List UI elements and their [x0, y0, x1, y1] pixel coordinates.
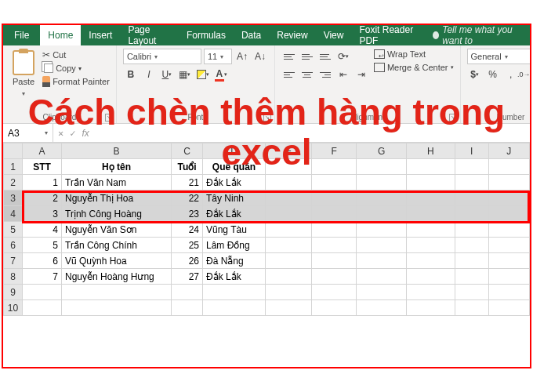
cell[interactable] [407, 300, 455, 316]
cell[interactable] [266, 159, 312, 175]
column-header-J[interactable]: J [488, 143, 529, 159]
decrease-indent-button[interactable]: ⇤ [335, 67, 351, 82]
cell[interactable]: 5 [23, 238, 62, 253]
cell[interactable] [312, 222, 357, 238]
tell-me-search[interactable]: Tell me what you want to [428, 25, 530, 45]
fx-button[interactable]: fx [82, 128, 89, 139]
bold-button[interactable]: B [123, 67, 139, 82]
worksheet-grid[interactable]: ABCDEFGHIJ1STTHọ tênTuổiQuê quán21Trần V… [3, 143, 530, 316]
cell[interactable] [488, 222, 529, 238]
cell[interactable] [407, 222, 455, 238]
cell[interactable] [357, 238, 407, 253]
cell[interactable] [266, 222, 312, 238]
borders-button[interactable]: ▦▾ [177, 67, 193, 82]
align-bottom-button[interactable] [317, 49, 333, 64]
cell[interactable]: 21 [172, 175, 203, 191]
cell[interactable] [266, 238, 312, 253]
cell[interactable]: Trần Công Chính [62, 238, 172, 253]
cell[interactable] [312, 191, 357, 206]
cell[interactable]: Đắk Lắk [203, 175, 266, 191]
cell[interactable]: Tuổi [172, 159, 203, 175]
row-header-6[interactable]: 6 [4, 238, 23, 253]
cell[interactable] [357, 191, 407, 206]
row-header-1[interactable]: 1 [4, 159, 23, 175]
cell[interactable]: Vũ Quỳnh Hoa [62, 253, 172, 269]
cell[interactable] [266, 206, 312, 222]
table-row[interactable]: 21Trần Văn Nam21Đắk Lắk [4, 175, 530, 191]
cell[interactable] [62, 300, 172, 316]
cell[interactable]: Nguyễn Thị Hoa [62, 191, 172, 206]
cell[interactable] [266, 253, 312, 269]
cell[interactable]: 22 [172, 191, 203, 206]
cell[interactable] [203, 285, 266, 300]
cell[interactable] [407, 253, 455, 269]
table-row[interactable]: 76Vũ Quỳnh Hoa26Đà Nẵng [4, 253, 530, 269]
table-row[interactable]: 10 [4, 300, 530, 316]
cell[interactable] [488, 206, 529, 222]
cell[interactable] [312, 175, 357, 191]
cut-button[interactable]: ✂Cut [42, 49, 110, 61]
tab-review[interactable]: Review [269, 25, 315, 45]
cell[interactable]: Đắk Lắk [203, 206, 266, 222]
cell[interactable] [357, 300, 407, 316]
cell[interactable] [266, 175, 312, 191]
cell[interactable]: Trịnh Công Hoàng [62, 206, 172, 222]
format-painter-button[interactable]: Format Painter [42, 75, 110, 88]
font-name-select[interactable]: Calibri▾ [123, 49, 201, 64]
cell[interactable] [312, 269, 357, 285]
cell[interactable] [172, 300, 203, 316]
orientation-button[interactable]: ⟳▾ [335, 49, 351, 64]
cell[interactable]: 4 [23, 222, 62, 238]
cell[interactable]: 6 [23, 253, 62, 269]
align-right-button[interactable] [317, 67, 333, 82]
cell[interactable] [357, 269, 407, 285]
cell[interactable] [488, 238, 529, 253]
cell[interactable]: 1 [23, 175, 62, 191]
cell[interactable] [488, 269, 529, 285]
alignment-launcher[interactable]: ↘ [449, 114, 457, 122]
increase-indent-button[interactable]: ⇥ [354, 67, 369, 82]
cell[interactable] [455, 238, 488, 253]
paste-dropdown-caret[interactable] [22, 88, 25, 97]
tab-data[interactable]: Data [234, 25, 269, 45]
tab-view[interactable]: View [316, 25, 352, 45]
font-launcher[interactable]: ↘ [263, 114, 271, 122]
cell[interactable] [357, 222, 407, 238]
cell[interactable] [455, 253, 488, 269]
cell[interactable]: Nguyễn Văn Sơn [62, 222, 172, 238]
percent-format-button[interactable]: % [485, 67, 501, 82]
cell[interactable] [407, 238, 455, 253]
accounting-format-button[interactable]: $▾ [467, 67, 483, 82]
cell[interactable] [357, 159, 407, 175]
cell[interactable]: 7 [23, 269, 62, 285]
row-header-4[interactable]: 4 [4, 206, 23, 222]
align-center-button[interactable] [299, 67, 315, 82]
name-box[interactable]: A3▾ [3, 124, 53, 142]
cell[interactable] [488, 253, 529, 269]
tab-formulas[interactable]: Formulas [179, 25, 234, 45]
column-header-D[interactable]: D [203, 143, 266, 159]
tab-insert[interactable]: Insert [81, 25, 120, 45]
cell[interactable]: Đà Nẵng [203, 253, 266, 269]
merge-center-button[interactable]: Merge & Center▾ [374, 62, 454, 73]
cell[interactable] [312, 253, 357, 269]
copy-button[interactable]: Copy▾ [42, 63, 110, 74]
column-header-A[interactable]: A [23, 143, 62, 159]
cell[interactable] [455, 300, 488, 316]
comma-format-button[interactable]: , [503, 67, 519, 82]
cell[interactable]: 3 [23, 206, 62, 222]
cell[interactable] [357, 175, 407, 191]
cell[interactable] [172, 285, 203, 300]
enter-formula-button[interactable]: ✓ [70, 128, 75, 139]
cell[interactable] [488, 191, 529, 206]
italic-button[interactable]: I [141, 67, 157, 82]
cell[interactable] [455, 285, 488, 300]
cell[interactable] [455, 175, 488, 191]
table-row[interactable]: 43Trịnh Công Hoàng23Đắk Lắk [4, 206, 530, 222]
cell[interactable]: 26 [172, 253, 203, 269]
row-header-9[interactable]: 9 [4, 285, 23, 300]
cell[interactable] [455, 159, 488, 175]
align-left-button[interactable] [281, 67, 297, 82]
cell[interactable] [455, 206, 488, 222]
select-all-corner[interactable] [4, 143, 23, 159]
